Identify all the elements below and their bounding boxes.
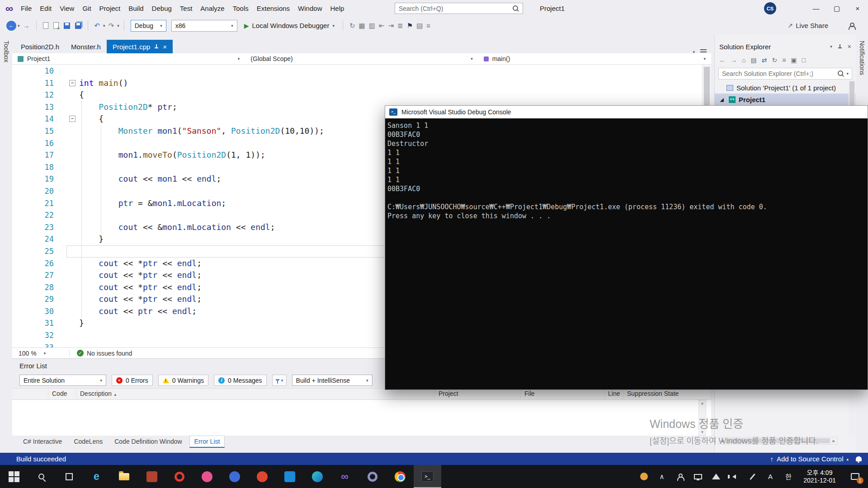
collapse-all-icon[interactable]: ≡	[782, 56, 786, 64]
line-number[interactable]: 16	[12, 137, 54, 150]
line-number[interactable]: 25	[12, 245, 54, 258]
ime-mode-button[interactable]: A	[761, 465, 779, 488]
menu-view[interactable]: View	[56, 0, 78, 17]
indent-increase-icon[interactable]: ⇥	[387, 22, 396, 30]
tray-pen-icon[interactable]	[743, 465, 761, 488]
navigate-list-icon[interactable]: ▤	[415, 22, 425, 30]
warnings-filter-button[interactable]: ! 0 Warnings	[158, 375, 208, 386]
show-output-icon[interactable]: ▦	[357, 22, 367, 30]
line-number[interactable]: 32	[12, 329, 54, 342]
sync-with-active-document-icon[interactable]: ⇄	[762, 56, 767, 64]
vscode-icon[interactable]	[276, 465, 303, 488]
live-share-button[interactable]: ↗ Live Share	[788, 17, 828, 34]
tool-tab-c-interactive[interactable]: C# Interactive	[19, 436, 66, 448]
line-number[interactable]: 31	[12, 317, 54, 329]
menu-project[interactable]: Project	[95, 0, 125, 17]
bookmark-flag-icon[interactable]: ⚑	[405, 22, 415, 30]
line-number[interactable]: 11	[12, 77, 54, 89]
scope-select[interactable]: Entire Solution▾	[19, 375, 106, 386]
code-line[interactable]: 11−int main()	[12, 77, 702, 89]
line-number[interactable]: 18	[12, 161, 54, 174]
blue-app-icon[interactable]	[221, 465, 248, 488]
menu-analyze[interactable]: Analyze	[196, 0, 228, 17]
restart-icon[interactable]: ↻	[348, 22, 357, 30]
more-options-icon[interactable]: ≡	[425, 22, 432, 29]
menu-git[interactable]: Git	[78, 0, 95, 17]
forward-icon[interactable]: →	[731, 56, 737, 64]
menu-debug[interactable]: Debug	[148, 0, 176, 17]
tab-position2d-h[interactable]: Position2D.h	[15, 40, 65, 53]
action-center-button[interactable]: 1	[842, 465, 868, 488]
console-title-bar[interactable]: >_ Microsoft Visual Studio Debug Console	[385, 106, 868, 118]
tray-expand-icon[interactable]: ∧	[653, 465, 671, 488]
store-app-icon[interactable]	[138, 465, 165, 488]
maximize-button[interactable]: ▢	[826, 0, 847, 17]
visual-studio-icon[interactable]: ∞	[331, 465, 359, 488]
home-icon[interactable]: ⌂	[742, 56, 745, 64]
configuration-select[interactable]: Debug▾	[131, 20, 166, 32]
menu-extensions[interactable]: Extensions	[253, 0, 294, 17]
add-to-source-control-button[interactable]: ↑ Add to Source Control ▴	[770, 455, 849, 463]
menu-file[interactable]: File	[17, 0, 36, 17]
line-number[interactable]: 15	[12, 125, 54, 137]
notifications-bell-icon[interactable]	[856, 456, 862, 461]
tray-network-icon[interactable]	[707, 465, 725, 488]
menu-help[interactable]: Help	[326, 0, 348, 17]
tree-item-solution-project1-1-of-1-project[interactable]: Solution 'Project1' (1 of 1 project)	[715, 82, 856, 94]
quick-search-box[interactable]: Search (Ctrl+Q)	[395, 3, 523, 14]
close-tab-icon[interactable]: ×	[163, 43, 167, 50]
errors-filter-button[interactable]: 0 Errors	[112, 375, 153, 386]
column-header-suppression-state[interactable]: Suppression State	[623, 389, 711, 399]
column-header-code[interactable]: Code	[48, 389, 76, 399]
line-number[interactable]: 20	[12, 185, 54, 197]
column-header-line[interactable]: Line	[604, 389, 623, 399]
line-number[interactable]: 10	[12, 65, 54, 77]
switch-views-icon[interactable]: ▤	[750, 56, 756, 64]
zoom-select[interactable]: 100 %▾	[19, 350, 62, 357]
code-line[interactable]: 10	[12, 65, 702, 77]
toolbox-tab[interactable]: Toolbox	[0, 34, 12, 453]
line-number[interactable]: 29	[12, 293, 54, 305]
line-number[interactable]: 12	[12, 89, 54, 101]
messages-filter-button[interactable]: 0 Messages	[214, 375, 266, 386]
chevron-down-icon[interactable]: ▾	[103, 23, 105, 28]
line-number[interactable]: 22	[12, 209, 54, 221]
menu-edit[interactable]: Edit	[36, 0, 56, 17]
back-icon[interactable]: ←	[719, 56, 726, 64]
line-number[interactable]: 19	[12, 173, 54, 185]
column-header-description[interactable]: Description▲	[76, 389, 435, 399]
menu-tools[interactable]: Tools	[229, 0, 253, 17]
indent-decrease-icon[interactable]: ⇤	[377, 22, 387, 30]
opera-icon[interactable]	[165, 465, 193, 488]
tree-item-project1[interactable]: ◢++Project1	[715, 94, 856, 105]
refresh-icon[interactable]: ↻	[772, 56, 777, 64]
start-button[interactable]	[0, 465, 28, 488]
line-number[interactable]: 13	[12, 101, 54, 113]
new-file-icon[interactable]	[43, 22, 48, 29]
line-number[interactable]: 33	[12, 342, 54, 347]
minimize-button[interactable]: —	[806, 0, 826, 17]
source-filter-select[interactable]: Build + IntelliSense▾	[292, 375, 373, 386]
chrome-icon[interactable]	[386, 465, 414, 488]
navigate-forward-icon[interactable]: →	[21, 22, 32, 29]
tab-project1-cpp[interactable]: Project1.cpp×	[107, 40, 173, 53]
tray-app-icon[interactable]	[635, 465, 653, 488]
tray-contacts-icon[interactable]	[671, 465, 689, 488]
navigate-back-icon[interactable]: ←	[6, 21, 16, 31]
pink-app-icon[interactable]	[193, 465, 221, 488]
line-number[interactable]: 17	[12, 149, 54, 161]
feedback-icon[interactable]	[848, 23, 854, 29]
terminal-icon[interactable]: >_	[414, 465, 441, 488]
edge-icon[interactable]	[303, 465, 331, 488]
line-number[interactable]: 14	[12, 113, 54, 125]
solution-search-box[interactable]: Search Solution Explorer (Ctrl+;) ▾	[718, 68, 852, 80]
start-debugging-button[interactable]: ▶ Local Windows Debugger ▾	[244, 22, 335, 29]
comment-icon[interactable]: ≣	[396, 22, 405, 30]
expand-arrow-icon[interactable]: ◢	[720, 97, 726, 102]
chevron-down-icon[interactable]: ▾	[18, 23, 20, 28]
undo-icon[interactable]: ↶	[93, 22, 102, 30]
file-explorer-icon[interactable]	[110, 465, 138, 488]
console-output[interactable]: Sanson 1 100B3FAC0Destructor1 11 11 11 1…	[385, 118, 868, 389]
pin-icon[interactable]	[838, 44, 842, 49]
menu-build[interactable]: Build	[124, 0, 147, 17]
